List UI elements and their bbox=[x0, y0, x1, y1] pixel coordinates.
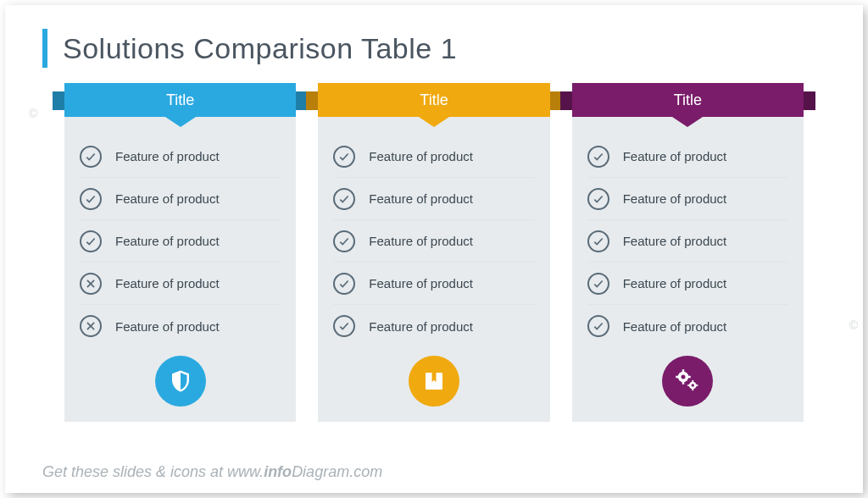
check-icon bbox=[587, 188, 609, 210]
watermark-left: © bbox=[29, 107, 37, 120]
ribbon-ear-left bbox=[53, 91, 64, 110]
feature-label: Feature of product bbox=[115, 276, 220, 290]
column-ribbon: Title bbox=[306, 83, 561, 125]
ribbon-ear-right bbox=[804, 91, 815, 110]
column-title: Title bbox=[64, 83, 296, 117]
feature-row: Feature of product bbox=[333, 305, 534, 347]
cross-icon bbox=[80, 315, 102, 337]
comparison-column: Title Feature of productFeature of produ… bbox=[64, 90, 296, 422]
check-icon bbox=[333, 273, 355, 295]
check-icon bbox=[333, 146, 355, 168]
column-ribbon: Title bbox=[560, 83, 815, 125]
check-icon bbox=[333, 230, 355, 252]
slide: Solutions Comparison Table 1 © © Title F… bbox=[5, 5, 863, 493]
svg-rect-13 bbox=[693, 380, 694, 383]
column-title-text: Title bbox=[420, 91, 448, 109]
check-icon bbox=[333, 188, 355, 210]
svg-rect-15 bbox=[687, 385, 690, 386]
feature-row: Feature of product bbox=[80, 136, 281, 178]
footer-brand-bold: info bbox=[264, 463, 292, 480]
feature-label: Feature of product bbox=[623, 276, 727, 290]
feature-label: Feature of product bbox=[115, 149, 220, 163]
ribbon-ear-left bbox=[306, 91, 318, 110]
feature-label: Feature of product bbox=[623, 149, 727, 163]
column-title-text: Title bbox=[166, 91, 194, 109]
footer-brand-rest: Diagram bbox=[292, 463, 349, 480]
feature-label: Feature of product bbox=[369, 276, 473, 290]
svg-rect-14 bbox=[693, 389, 694, 391]
comparison-column: Title Feature of productFeature of produ… bbox=[572, 90, 804, 422]
feature-row: Feature of product bbox=[333, 178, 534, 220]
feature-row: Feature of product bbox=[587, 220, 788, 263]
gears-icon bbox=[675, 368, 700, 394]
feature-row: Feature of product bbox=[333, 263, 534, 305]
cross-icon bbox=[80, 273, 102, 295]
column-ribbon: Title bbox=[53, 83, 308, 125]
feature-list: Feature of productFeature of productFeat… bbox=[587, 136, 788, 347]
title-row: Solutions Comparison Table 1 bbox=[42, 29, 826, 68]
feature-label: Feature of product bbox=[623, 319, 727, 334]
column-title-text: Title bbox=[674, 91, 702, 109]
feature-row: Feature of product bbox=[333, 220, 534, 263]
svg-rect-16 bbox=[696, 385, 698, 386]
ribbon-ear-left bbox=[560, 91, 572, 110]
svg-rect-7 bbox=[682, 369, 685, 373]
footer-suffix: .com bbox=[349, 463, 382, 480]
feature-label: Feature of product bbox=[115, 191, 220, 206]
shield-icon bbox=[168, 368, 193, 394]
slide-title: Solutions Comparison Table 1 bbox=[63, 32, 457, 65]
footer-attribution: Get these slides & icons at www.infoDiag… bbox=[42, 463, 382, 481]
feature-row: Feature of product bbox=[587, 305, 788, 347]
check-icon bbox=[587, 273, 609, 295]
feature-row: Feature of product bbox=[80, 263, 281, 305]
title-accent-bar bbox=[42, 29, 47, 68]
column-title: Title bbox=[572, 83, 804, 117]
check-icon bbox=[587, 230, 609, 252]
feature-row: Feature of product bbox=[587, 136, 788, 178]
feature-list: Feature of productFeature of productFeat… bbox=[333, 136, 534, 347]
column-icon-circle bbox=[155, 356, 206, 407]
comparison-columns: Title Feature of productFeature of produ… bbox=[42, 90, 826, 422]
svg-point-6 bbox=[682, 375, 686, 379]
feature-row: Feature of product bbox=[587, 263, 788, 305]
feature-row: Feature of product bbox=[587, 178, 788, 220]
svg-rect-10 bbox=[687, 376, 691, 379]
check-icon bbox=[80, 230, 102, 252]
watermark-right: © bbox=[849, 318, 858, 332]
feature-row: Feature of product bbox=[80, 305, 281, 347]
column-title: Title bbox=[318, 83, 549, 117]
feature-row: Feature of product bbox=[80, 220, 281, 263]
check-icon bbox=[587, 146, 609, 168]
feature-label: Feature of product bbox=[369, 234, 473, 248]
svg-point-12 bbox=[692, 384, 695, 387]
feature-label: Feature of product bbox=[623, 191, 727, 206]
box-icon bbox=[421, 368, 447, 394]
check-icon bbox=[587, 315, 609, 337]
check-icon bbox=[333, 315, 355, 337]
feature-label: Feature of product bbox=[115, 319, 220, 334]
feature-row: Feature of product bbox=[80, 178, 281, 220]
footer-prefix: Get these slides & icons at www. bbox=[42, 463, 264, 480]
feature-label: Feature of product bbox=[369, 319, 473, 334]
column-icon-circle bbox=[662, 356, 713, 407]
feature-label: Feature of product bbox=[369, 191, 473, 206]
check-icon bbox=[80, 146, 102, 168]
feature-label: Feature of product bbox=[623, 234, 727, 248]
feature-label: Feature of product bbox=[369, 149, 473, 163]
check-icon bbox=[80, 188, 102, 210]
feature-row: Feature of product bbox=[333, 136, 534, 178]
svg-rect-8 bbox=[682, 381, 685, 385]
feature-list: Feature of productFeature of productFeat… bbox=[80, 136, 281, 347]
column-icon-circle bbox=[409, 356, 459, 407]
svg-rect-9 bbox=[676, 376, 680, 379]
comparison-column: Title Feature of productFeature of produ… bbox=[318, 90, 549, 422]
feature-label: Feature of product bbox=[115, 234, 220, 248]
